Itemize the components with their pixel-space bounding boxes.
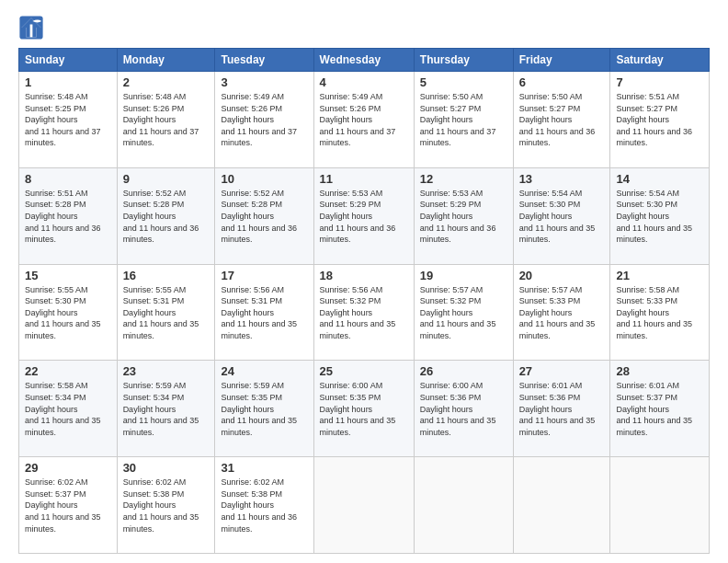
header: [18, 15, 710, 40]
calendar-cell: 4 Sunrise: 5:49 AM Sunset: 5:26 PM Dayli…: [313, 72, 414, 168]
day-info: Sunrise: 5:57 AM Sunset: 5:32 PM Dayligh…: [420, 284, 507, 342]
day-number: 2: [123, 75, 210, 89]
day-number: 19: [420, 269, 507, 282]
calendar-cell: 31 Sunrise: 6:02 AM Sunset: 5:38 PM Dayl…: [215, 457, 313, 554]
day-number: 4: [320, 75, 408, 89]
calendar-cell: 28 Sunrise: 6:01 AM Sunset: 5:37 PM Dayl…: [610, 361, 710, 457]
calendar-cell: 3 Sunrise: 5:49 AM Sunset: 5:26 PM Dayli…: [215, 72, 313, 168]
calendar-cell: 19 Sunrise: 5:57 AM Sunset: 5:32 PM Dayl…: [414, 264, 513, 361]
day-info: Sunrise: 5:53 AM Sunset: 5:29 PM Dayligh…: [420, 188, 507, 246]
calendar-cell: [513, 457, 610, 554]
day-number: 26: [420, 364, 507, 378]
page: SundayMondayTuesdayWednesdayThursdayFrid…: [0, 0, 728, 563]
day-number: 7: [616, 75, 703, 89]
day-info: Sunrise: 6:01 AM Sunset: 5:37 PM Dayligh…: [616, 380, 703, 438]
day-number: 27: [519, 364, 605, 378]
calendar-cell: 25 Sunrise: 6:00 AM Sunset: 5:35 PM Dayl…: [313, 361, 414, 457]
day-info: Sunrise: 5:54 AM Sunset: 5:30 PM Dayligh…: [519, 188, 605, 246]
day-number: 15: [25, 269, 111, 282]
day-number: 18: [320, 269, 408, 282]
calendar-cell: 23 Sunrise: 5:59 AM Sunset: 5:34 PM Dayl…: [117, 361, 215, 457]
calendar-cell: [414, 457, 513, 554]
day-info: Sunrise: 5:50 AM Sunset: 5:27 PM Dayligh…: [420, 91, 507, 149]
day-number: 5: [420, 75, 507, 89]
calendar-cell: 13 Sunrise: 5:54 AM Sunset: 5:30 PM Dayl…: [513, 167, 610, 264]
calendar-cell: 30 Sunrise: 6:02 AM Sunset: 5:38 PM Dayl…: [117, 457, 215, 554]
calendar-cell: 6 Sunrise: 5:50 AM Sunset: 5:27 PM Dayli…: [513, 72, 610, 168]
calendar-cell: 7 Sunrise: 5:51 AM Sunset: 5:27 PM Dayli…: [610, 72, 710, 168]
calendar-cell: 27 Sunrise: 6:01 AM Sunset: 5:36 PM Dayl…: [513, 361, 610, 457]
day-info: Sunrise: 5:58 AM Sunset: 5:33 PM Dayligh…: [616, 284, 703, 342]
day-info: Sunrise: 5:54 AM Sunset: 5:30 PM Dayligh…: [616, 188, 703, 246]
calendar-cell: 12 Sunrise: 5:53 AM Sunset: 5:29 PM Dayl…: [414, 167, 513, 264]
day-info: Sunrise: 5:55 AM Sunset: 5:30 PM Dayligh…: [25, 284, 111, 342]
day-info: Sunrise: 5:51 AM Sunset: 5:28 PM Dayligh…: [25, 188, 111, 246]
day-info: Sunrise: 5:57 AM Sunset: 5:33 PM Dayligh…: [519, 284, 605, 342]
day-number: 10: [221, 172, 307, 186]
calendar-cell: 26 Sunrise: 6:00 AM Sunset: 5:36 PM Dayl…: [414, 361, 513, 457]
day-info: Sunrise: 5:50 AM Sunset: 5:27 PM Dayligh…: [519, 91, 605, 149]
day-info: Sunrise: 5:59 AM Sunset: 5:35 PM Dayligh…: [221, 380, 307, 438]
day-number: 22: [25, 364, 111, 378]
day-number: 21: [616, 269, 703, 282]
calendar-cell: 17 Sunrise: 5:56 AM Sunset: 5:31 PM Dayl…: [215, 264, 313, 361]
day-info: Sunrise: 6:02 AM Sunset: 5:38 PM Dayligh…: [221, 477, 307, 534]
weekday-header: Friday: [513, 49, 610, 72]
calendar-cell: 11 Sunrise: 5:53 AM Sunset: 5:29 PM Dayl…: [313, 167, 414, 264]
day-info: Sunrise: 5:58 AM Sunset: 5:34 PM Dayligh…: [25, 380, 111, 438]
calendar-cell: 20 Sunrise: 5:57 AM Sunset: 5:33 PM Dayl…: [513, 264, 610, 361]
day-number: 25: [320, 364, 408, 378]
day-number: 16: [123, 269, 210, 282]
day-info: Sunrise: 5:49 AM Sunset: 5:26 PM Dayligh…: [221, 91, 307, 149]
calendar-cell: 1 Sunrise: 5:48 AM Sunset: 5:25 PM Dayli…: [19, 72, 118, 168]
weekday-header: Saturday: [610, 49, 710, 72]
day-number: 13: [519, 172, 605, 186]
day-number: 1: [25, 75, 111, 89]
weekday-header: Sunday: [19, 49, 118, 72]
weekday-header: Monday: [117, 49, 215, 72]
day-info: Sunrise: 5:51 AM Sunset: 5:27 PM Dayligh…: [616, 91, 703, 149]
day-number: 8: [25, 172, 111, 186]
day-info: Sunrise: 5:52 AM Sunset: 5:28 PM Dayligh…: [123, 188, 210, 246]
day-info: Sunrise: 6:00 AM Sunset: 5:35 PM Dayligh…: [320, 380, 408, 438]
day-number: 14: [616, 172, 703, 186]
day-info: Sunrise: 6:00 AM Sunset: 5:36 PM Dayligh…: [420, 380, 507, 438]
day-number: 9: [123, 172, 210, 186]
day-info: Sunrise: 5:56 AM Sunset: 5:31 PM Dayligh…: [221, 284, 307, 342]
calendar-cell: 9 Sunrise: 5:52 AM Sunset: 5:28 PM Dayli…: [117, 167, 215, 264]
calendar-cell: 8 Sunrise: 5:51 AM Sunset: 5:28 PM Dayli…: [19, 167, 118, 264]
day-info: Sunrise: 5:52 AM Sunset: 5:28 PM Dayligh…: [221, 188, 307, 246]
day-info: Sunrise: 6:02 AM Sunset: 5:37 PM Dayligh…: [25, 477, 111, 534]
calendar-cell: 22 Sunrise: 5:58 AM Sunset: 5:34 PM Dayl…: [19, 361, 118, 457]
logo: [18, 15, 48, 40]
day-info: Sunrise: 5:56 AM Sunset: 5:32 PM Dayligh…: [320, 284, 408, 342]
calendar-table: SundayMondayTuesdayWednesdayThursdayFrid…: [18, 48, 710, 554]
logo-icon: [18, 15, 44, 40]
day-number: 24: [221, 364, 307, 378]
calendar-cell: 21 Sunrise: 5:58 AM Sunset: 5:33 PM Dayl…: [610, 264, 710, 361]
calendar-cell: [610, 457, 710, 554]
day-number: 12: [420, 172, 507, 186]
day-number: 28: [616, 364, 703, 378]
day-number: 11: [320, 172, 408, 186]
weekday-header: Wednesday: [313, 49, 414, 72]
day-number: 23: [123, 364, 210, 378]
day-number: 31: [221, 461, 307, 475]
calendar-cell: 24 Sunrise: 5:59 AM Sunset: 5:35 PM Dayl…: [215, 361, 313, 457]
calendar-cell: 2 Sunrise: 5:48 AM Sunset: 5:26 PM Dayli…: [117, 72, 215, 168]
day-number: 20: [519, 269, 605, 282]
day-info: Sunrise: 6:02 AM Sunset: 5:38 PM Dayligh…: [123, 477, 210, 534]
weekday-header: Tuesday: [215, 49, 313, 72]
calendar-cell: 5 Sunrise: 5:50 AM Sunset: 5:27 PM Dayli…: [414, 72, 513, 168]
day-number: 3: [221, 75, 307, 89]
day-number: 30: [123, 461, 210, 475]
calendar-cell: 18 Sunrise: 5:56 AM Sunset: 5:32 PM Dayl…: [313, 264, 414, 361]
calendar-cell: 14 Sunrise: 5:54 AM Sunset: 5:30 PM Dayl…: [610, 167, 710, 264]
day-number: 6: [519, 75, 605, 89]
calendar-cell: 10 Sunrise: 5:52 AM Sunset: 5:28 PM Dayl…: [215, 167, 313, 264]
day-info: Sunrise: 5:49 AM Sunset: 5:26 PM Dayligh…: [320, 91, 408, 149]
day-info: Sunrise: 5:53 AM Sunset: 5:29 PM Dayligh…: [320, 188, 408, 246]
day-info: Sunrise: 6:01 AM Sunset: 5:36 PM Dayligh…: [519, 380, 605, 438]
day-number: 17: [221, 269, 307, 282]
day-info: Sunrise: 5:48 AM Sunset: 5:26 PM Dayligh…: [123, 91, 210, 149]
